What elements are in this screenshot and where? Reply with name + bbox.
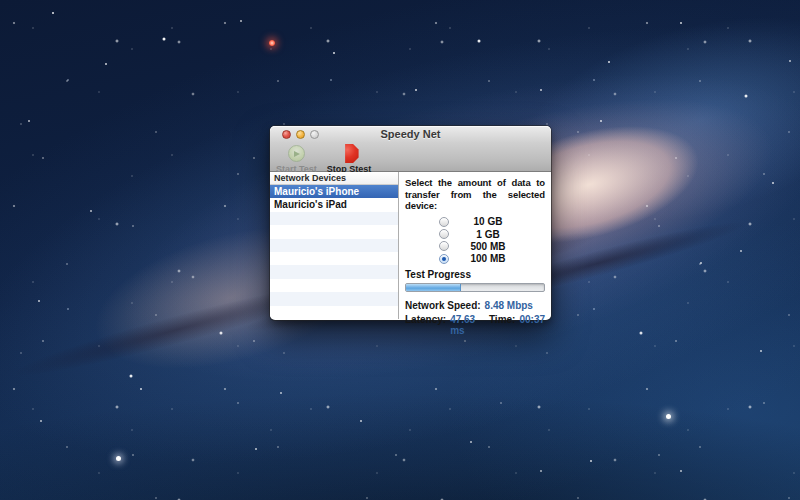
bright-star xyxy=(666,414,671,419)
bright-star xyxy=(116,456,121,461)
empty-list-row xyxy=(270,292,398,305)
device-row-iphone[interactable]: Mauricio's iPhone xyxy=(270,185,398,198)
instruction-text: Select the amount of data to transfer fr… xyxy=(405,177,545,212)
device-list-header: Network Devices xyxy=(270,172,398,185)
network-speed-label: Network Speed: xyxy=(405,300,481,311)
window-content: Network Devices Mauricio's iPhone Mauric… xyxy=(270,172,551,319)
latency-label: Latency: xyxy=(405,314,446,325)
empty-list-row xyxy=(270,279,398,292)
device-row-ipad[interactable]: Mauricio's iPad xyxy=(270,198,398,211)
network-speed-line: Network Speed: 8.48 Mbps xyxy=(405,300,545,311)
test-progress-label: Test Progress xyxy=(405,269,545,280)
toolbar: Start Test Stop Stest xyxy=(270,143,551,172)
time-label: Time: xyxy=(489,314,516,325)
radio-button-icon[interactable] xyxy=(439,254,449,264)
speedy-net-window: Speedy Net Start Test Stop Stest Network… xyxy=(270,126,551,320)
radio-option-10gb[interactable]: 10 GB xyxy=(405,216,545,228)
radio-button-icon[interactable] xyxy=(439,229,449,239)
radio-option-100mb[interactable]: 100 MB xyxy=(405,253,545,265)
network-speed-value: 8.48 Mbps xyxy=(485,300,533,311)
empty-list-row xyxy=(270,239,398,252)
radio-button-icon[interactable] xyxy=(439,241,449,251)
empty-list-row xyxy=(270,225,398,238)
minimize-button[interactable] xyxy=(296,130,305,139)
radio-option-1gb[interactable]: 1 GB xyxy=(405,228,545,240)
play-icon xyxy=(288,144,305,163)
time-value: 00:37 xyxy=(519,314,545,325)
start-test-button[interactable]: Start Test xyxy=(276,144,317,174)
empty-list-row xyxy=(270,252,398,265)
stop-test-button[interactable]: Stop Stest xyxy=(327,144,372,174)
titlebar[interactable]: Speedy Net xyxy=(270,126,551,143)
progress-fill xyxy=(406,284,461,291)
empty-list-row xyxy=(270,265,398,278)
progress-bar xyxy=(405,283,545,292)
empty-list-row xyxy=(270,306,398,319)
red-star xyxy=(269,40,275,46)
data-amount-radio-group: 10 GB 1 GB 500 MB 100 MB xyxy=(405,216,545,266)
latency-value: 47.63 ms xyxy=(450,314,476,336)
close-button[interactable] xyxy=(282,130,291,139)
settings-panel: Select the amount of data to transfer fr… xyxy=(398,172,551,319)
empty-list-row xyxy=(270,212,398,225)
device-list: Network Devices Mauricio's iPhone Mauric… xyxy=(270,172,398,319)
radio-button-icon[interactable] xyxy=(439,217,449,227)
traffic-lights xyxy=(282,130,319,139)
zoom-button[interactable] xyxy=(310,130,319,139)
latency-time-line: Latency: 47.63 ms Time: 00:37 xyxy=(405,314,545,336)
radio-option-500mb[interactable]: 500 MB xyxy=(405,240,545,252)
stop-icon xyxy=(340,144,359,163)
bright-stars xyxy=(0,0,2,2)
